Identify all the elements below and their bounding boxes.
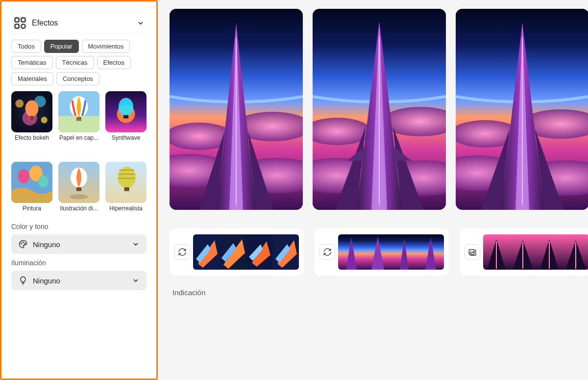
filter-chip-tecnicas[interactable]: Técnicas [56,56,94,69]
chevron-down-icon [137,19,145,27]
generated-image-3[interactable] [456,9,588,210]
svg-point-16 [119,98,133,116]
generated-image-1[interactable] [170,9,303,210]
history-thumb[interactable] [483,234,510,270]
svg-rect-13 [76,117,81,121]
filter-chip-materiales[interactable]: Materiales [11,72,53,85]
history-thumb[interactable] [246,234,272,270]
color-tone-dropdown[interactable]: Ninguno [11,234,147,254]
svg-point-30 [23,242,24,243]
filter-chip-todos[interactable]: Todos [11,40,41,53]
prompt-label: Indicación [172,288,588,297]
effect-label: Synthwave [105,134,147,141]
effect-item-synthwave[interactable]: Synthwave [105,91,147,141]
svg-rect-1 [21,18,25,22]
history-thumb[interactable] [391,234,417,270]
svg-point-8 [41,117,47,123]
history-thumb[interactable] [417,234,444,270]
lighting-value: Ninguno [33,277,127,285]
history-thumb[interactable] [536,234,563,270]
filter-chip-movimientos[interactable]: Movimientos [82,40,130,53]
effect-label: Efecto bokeh [11,134,52,141]
color-tone-heading: Color y tono [11,223,147,230]
chevron-down-icon [132,240,140,248]
effect-thumb [58,91,99,132]
effect-thumb [11,162,52,203]
palette-icon [18,239,28,249]
svg-point-31 [24,243,25,244]
effect-label: Ilustración di... [58,205,99,212]
filter-chip-efectos[interactable]: Efectos [97,56,131,69]
effect-label: Papel en cap... [58,134,99,141]
history-thumbs [193,234,299,270]
history-thumb[interactable] [220,234,246,270]
history-thumbs [483,234,588,270]
effect-label: Pintura [11,205,52,212]
history-group-2 [315,228,449,276]
effect-thumb [58,162,99,203]
svg-point-21 [38,176,48,188]
effects-icon [13,16,27,30]
svg-rect-28 [124,187,129,191]
filter-chip-tematicas[interactable]: Temáticas [11,56,53,69]
effects-grid: Efecto bokeh Papel en cap... [11,91,147,212]
generation-row [170,9,588,210]
filter-chip-popular[interactable]: Popular [44,40,79,53]
svg-rect-0 [15,18,19,22]
effect-item-paper[interactable]: Papel en cap... [58,91,99,141]
regenerate-button[interactable] [319,244,335,260]
svg-point-88 [470,251,471,252]
filter-chip-conceptos[interactable]: Conceptos [56,72,99,85]
svg-rect-24 [76,187,81,191]
lighting-dropdown[interactable]: Ninguno [11,271,147,290]
svg-point-5 [15,100,24,108]
effect-item-pintura[interactable]: Pintura [11,162,52,212]
effects-title: Efectos [32,19,132,27]
history-thumb[interactable] [510,234,536,270]
effect-item-hiperrealista[interactable]: Hiperrealista [105,162,147,212]
effect-item-ilustracion[interactable]: Ilustración di... [58,162,99,212]
effects-filter-chips: Todos Popular Movimientos Temáticas Técn… [11,40,147,85]
svg-point-25 [70,194,88,199]
history-thumb[interactable] [272,234,299,270]
effect-label: Hiperrealista [105,205,147,212]
svg-point-9 [25,100,39,117]
generated-image-2[interactable] [313,9,446,210]
effect-thumb [105,162,147,203]
regenerate-button[interactable] [174,244,190,260]
prompt-section: Indicación [170,288,588,297]
color-tone-value: Ninguno [33,240,127,249]
lighting-heading: Iluminación [11,259,147,267]
history-thumb[interactable] [338,234,365,270]
history-group-1 [170,228,304,276]
sidebar-panel: Efectos Todos Popular Movimientos Temáti… [0,0,158,380]
svg-point-3 [21,24,25,28]
svg-point-29 [21,243,22,244]
history-thumb[interactable] [563,234,588,270]
effect-item-bokeh[interactable]: Efecto bokeh [11,91,52,141]
effects-section-header[interactable]: Efectos [8,12,149,34]
history-thumb[interactable] [365,234,391,270]
svg-rect-2 [15,24,19,28]
history-thumbs [338,234,444,270]
image-variations-button[interactable] [465,244,480,260]
chevron-down-icon [132,277,140,284]
main-area: Indicación [158,0,588,380]
history-group-3 [460,228,588,276]
effect-thumb [11,91,52,132]
svg-rect-17 [123,115,128,119]
lightbulb-icon [18,276,28,285]
history-strip [170,228,588,276]
svg-point-19 [18,169,29,183]
history-thumb[interactable] [193,234,220,270]
effect-thumb [105,91,147,132]
